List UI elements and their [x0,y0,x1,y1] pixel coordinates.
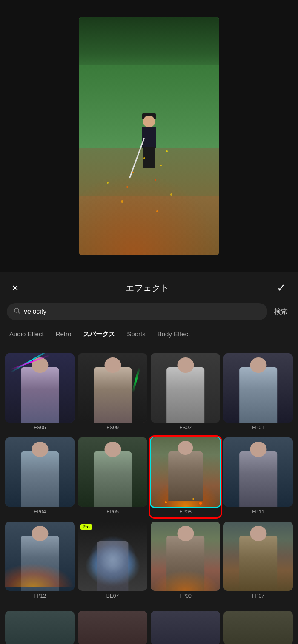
effect-thumb-fp05 [78,437,147,507]
search-input[interactable] [24,308,261,315]
effect-label-be07: BE07 [78,593,147,601]
effect-label-fp08: FP08 [151,509,220,516]
effect-item-fp05[interactable]: FP05 [78,437,147,516]
golf-scene [79,17,219,255]
effect-label-fs02: FS02 [151,425,220,432]
effect-thumb-be07: Pro [78,522,147,591]
effect-thumb-partial1 [5,611,74,644]
search-input-wrapper [7,303,267,320]
effect-thumb-partial2 [78,611,147,644]
search-button[interactable]: 検索 [271,305,291,319]
spark [143,157,145,159]
effect-thumb-fp11 [224,437,293,507]
spark-particle [121,200,123,203]
effect-thumb-fp09 [151,522,220,591]
sparks-effect [121,136,177,207]
effect-thumb-fp04 [5,437,74,507]
pro-badge: Pro [80,524,92,530]
effect-item-fs05[interactable]: FS05 [5,353,74,432]
effect-item-partial3[interactable] [151,611,220,644]
spark [126,186,128,188]
effect-item-fp09[interactable]: FP09 [151,522,220,601]
effect-item-partial1[interactable] [5,611,74,644]
spark [155,179,156,181]
effect-item-be07[interactable]: Pro BE07 [78,522,147,601]
spark [160,165,162,166]
spark-particle [107,182,109,184]
effect-thumb-fs09 [78,353,147,423]
effect-label-fp07: FP07 [224,593,293,601]
effect-item-fp04[interactable]: FP04 [5,437,74,516]
effect-thumb-fs05 [5,353,74,423]
spark [132,172,134,173]
effect-item-fp11[interactable]: FP11 [224,437,293,516]
effect-thumb-fp12 [5,522,74,591]
close-button[interactable]: × [10,280,20,296]
effect-label-fp04: FP04 [5,509,74,516]
effect-label-fp05: FP05 [78,509,147,516]
effect-item-fp08[interactable]: FP08 [151,437,220,516]
effect-item-fs02[interactable]: FS02 [151,353,220,432]
video-preview [0,0,298,272]
effects-grid-row1: FS05 FS09 [0,348,298,432]
effect-item-fp12[interactable]: FP12 [5,522,74,601]
effect-label-fp09: FP09 [151,593,220,601]
effects-grid-row2: FP04 FP05 [0,432,298,516]
confirm-button[interactable]: ✓ [275,280,288,296]
effects-grid-row4 [0,606,298,644]
effect-label-fs09: FS09 [78,425,147,432]
svg-line-1 [18,312,20,314]
category-tabs: Audio Effect Retro スパークス Sports Body Eff… [0,327,298,348]
tab-body-effect[interactable]: Body Effect [152,327,196,343]
tab-sparks[interactable]: スパークス [77,327,121,343]
effect-label-fp12: FP12 [5,593,74,601]
effect-item-fs09[interactable]: FS09 [78,353,147,432]
spark-particle [170,193,172,196]
effect-thumb-fp07 [224,522,293,591]
effect-item-fp01[interactable]: FP01 [224,353,293,432]
effect-thumb-fs02 [151,353,220,423]
effect-thumb-partial4 [224,611,293,644]
effect-label-fp11: FP11 [224,509,293,516]
tab-retro[interactable]: Retro [50,327,77,343]
search-icon [14,307,20,316]
page-title: エフェクト [126,282,169,294]
tab-audio-effect[interactable]: Audio Effect [3,327,50,343]
effect-thumb-fp01 [224,353,293,423]
video-thumbnail [79,17,219,255]
effect-item-partial2[interactable] [78,611,147,644]
golfer-head [143,116,155,128]
effect-label-fp01: FP01 [224,425,293,432]
effect-thumb-fp08 [151,437,220,507]
bottom-panel: × エフェクト ✓ 検索 Audio Effect Retro スパークス Sp… [0,272,298,644]
spark [166,150,168,152]
effect-thumb-partial3 [151,611,220,644]
effect-item-fp07[interactable]: FP07 [224,522,293,601]
tab-sports[interactable]: Sports [121,327,151,343]
effect-label-fs05: FS05 [5,425,74,432]
spark-particle [156,210,158,212]
search-bar: 検索 [7,303,291,320]
effects-grid-row3: FP12 Pro BE07 [0,516,298,606]
effect-header: × エフェクト ✓ [0,272,298,303]
effect-item-partial4[interactable] [224,611,293,644]
